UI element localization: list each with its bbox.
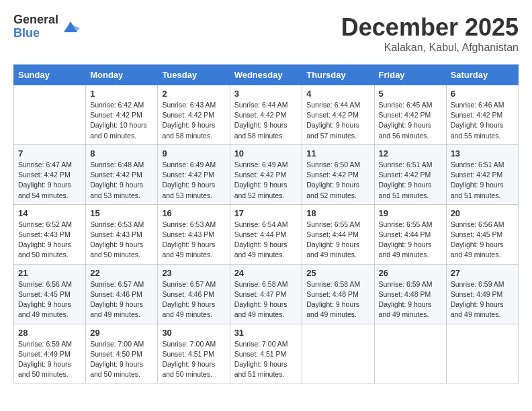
day-number: 31: [234, 328, 298, 338]
header-thursday: Thursday: [302, 65, 374, 85]
day-info: Sunrise: 6:44 AMSunset: 4:42 PMDaylight:…: [234, 100, 298, 141]
header-tuesday: Tuesday: [158, 65, 230, 85]
calendar-cell: 22Sunrise: 6:57 AMSunset: 4:46 PMDayligh…: [86, 264, 158, 324]
calendar-cell: 16Sunrise: 6:53 AMSunset: 4:43 PMDayligh…: [158, 204, 230, 264]
day-number: 20: [451, 208, 514, 218]
day-number: 25: [306, 268, 369, 278]
day-info: Sunrise: 6:42 AMSunset: 4:42 PMDaylight:…: [90, 100, 153, 141]
page-header: General Blue December 2025 Kalakan, Kabu…: [13, 13, 519, 54]
day-number: 30: [162, 328, 225, 338]
header-wednesday: Wednesday: [230, 65, 302, 85]
calendar-cell: 31Sunrise: 7:00 AMSunset: 4:51 PMDayligh…: [230, 324, 302, 383]
day-number: 23: [162, 268, 225, 278]
day-info: Sunrise: 6:56 AMSunset: 4:45 PMDaylight:…: [451, 220, 514, 261]
calendar-cell: 8Sunrise: 6:48 AMSunset: 4:42 PMDaylight…: [86, 144, 158, 204]
day-info: Sunrise: 6:44 AMSunset: 4:42 PMDaylight:…: [306, 100, 369, 141]
calendar-cell: 30Sunrise: 7:00 AMSunset: 4:51 PMDayligh…: [158, 324, 230, 383]
day-info: Sunrise: 6:54 AMSunset: 4:44 PMDaylight:…: [234, 220, 298, 261]
day-number: 21: [18, 268, 81, 278]
calendar-week-2: 7Sunrise: 6:47 AMSunset: 4:42 PMDaylight…: [14, 144, 519, 204]
day-info: Sunrise: 6:55 AMSunset: 4:44 PMDaylight:…: [306, 220, 369, 261]
calendar-table: SundayMondayTuesdayWednesdayThursdayFrid…: [13, 64, 519, 383]
day-info: Sunrise: 6:53 AMSunset: 4:43 PMDaylight:…: [162, 220, 225, 261]
calendar-cell: 24Sunrise: 6:58 AMSunset: 4:47 PMDayligh…: [230, 264, 302, 324]
calendar-week-4: 21Sunrise: 6:56 AMSunset: 4:45 PMDayligh…: [14, 264, 519, 324]
day-info: Sunrise: 6:50 AMSunset: 4:42 PMDaylight:…: [306, 160, 369, 201]
day-number: 15: [90, 208, 153, 218]
day-number: 22: [90, 268, 153, 278]
calendar-cell: 18Sunrise: 6:55 AMSunset: 4:44 PMDayligh…: [302, 204, 374, 264]
day-info: Sunrise: 6:57 AMSunset: 4:46 PMDaylight:…: [90, 279, 153, 320]
calendar-cell: 3Sunrise: 6:44 AMSunset: 4:42 PMDaylight…: [230, 85, 302, 145]
calendar-cell: 13Sunrise: 6:51 AMSunset: 4:42 PMDayligh…: [446, 144, 518, 204]
day-info: Sunrise: 7:00 AMSunset: 4:51 PMDaylight:…: [234, 339, 298, 380]
header-sunday: Sunday: [14, 65, 86, 85]
calendar-cell: 4Sunrise: 6:44 AMSunset: 4:42 PMDaylight…: [302, 85, 374, 145]
calendar-week-1: 1Sunrise: 6:42 AMSunset: 4:42 PMDaylight…: [14, 85, 519, 145]
day-number: 27: [451, 268, 514, 278]
calendar-cell: [14, 85, 86, 145]
calendar-cell: 1Sunrise: 6:42 AMSunset: 4:42 PMDaylight…: [86, 85, 158, 145]
calendar-cell: 29Sunrise: 7:00 AMSunset: 4:50 PMDayligh…: [86, 324, 158, 383]
location-title: Kalakan, Kabul, Afghanistan: [341, 42, 519, 54]
day-number: 10: [234, 148, 298, 158]
day-info: Sunrise: 6:46 AMSunset: 4:42 PMDaylight:…: [451, 100, 514, 141]
day-number: 28: [18, 328, 81, 338]
calendar-cell: [374, 324, 446, 383]
calendar-cell: 11Sunrise: 6:50 AMSunset: 4:42 PMDayligh…: [302, 144, 374, 204]
day-number: 1: [90, 89, 153, 99]
calendar-cell: 25Sunrise: 6:58 AMSunset: 4:48 PMDayligh…: [302, 264, 374, 324]
day-number: 24: [234, 268, 298, 278]
day-info: Sunrise: 6:58 AMSunset: 4:47 PMDaylight:…: [234, 279, 298, 320]
day-info: Sunrise: 6:59 AMSunset: 4:49 PMDaylight:…: [451, 279, 514, 320]
logo-icon: [61, 17, 80, 36]
header-saturday: Saturday: [446, 65, 518, 85]
header-monday: Monday: [86, 65, 158, 85]
calendar-header-row: SundayMondayTuesdayWednesdayThursdayFrid…: [14, 65, 519, 85]
calendar-cell: 10Sunrise: 6:49 AMSunset: 4:42 PMDayligh…: [230, 144, 302, 204]
calendar-cell: 28Sunrise: 6:59 AMSunset: 4:49 PMDayligh…: [14, 324, 86, 383]
day-info: Sunrise: 6:57 AMSunset: 4:46 PMDaylight:…: [162, 279, 225, 320]
calendar-cell: 15Sunrise: 6:53 AMSunset: 4:43 PMDayligh…: [86, 204, 158, 264]
calendar-cell: 23Sunrise: 6:57 AMSunset: 4:46 PMDayligh…: [158, 264, 230, 324]
day-number: 16: [162, 208, 225, 218]
calendar-cell: 9Sunrise: 6:49 AMSunset: 4:42 PMDaylight…: [158, 144, 230, 204]
calendar-cell: [302, 324, 374, 383]
header-friday: Friday: [374, 65, 446, 85]
day-number: 2: [162, 89, 225, 99]
day-info: Sunrise: 6:49 AMSunset: 4:42 PMDaylight:…: [234, 160, 298, 201]
day-info: Sunrise: 6:56 AMSunset: 4:45 PMDaylight:…: [18, 279, 81, 320]
day-info: Sunrise: 6:49 AMSunset: 4:42 PMDaylight:…: [162, 160, 225, 201]
day-number: 18: [306, 208, 369, 218]
calendar-cell: 7Sunrise: 6:47 AMSunset: 4:42 PMDaylight…: [14, 144, 86, 204]
calendar-cell: 26Sunrise: 6:59 AMSunset: 4:48 PMDayligh…: [374, 264, 446, 324]
day-info: Sunrise: 6:59 AMSunset: 4:48 PMDaylight:…: [379, 279, 442, 320]
calendar-cell: 6Sunrise: 6:46 AMSunset: 4:42 PMDaylight…: [446, 85, 518, 145]
day-info: Sunrise: 6:53 AMSunset: 4:43 PMDaylight:…: [90, 220, 153, 261]
calendar-cell: 5Sunrise: 6:45 AMSunset: 4:42 PMDaylight…: [374, 85, 446, 145]
day-info: Sunrise: 7:00 AMSunset: 4:51 PMDaylight:…: [162, 339, 225, 380]
calendar-cell: [446, 324, 518, 383]
calendar-cell: 19Sunrise: 6:55 AMSunset: 4:44 PMDayligh…: [374, 204, 446, 264]
day-info: Sunrise: 6:45 AMSunset: 4:42 PMDaylight:…: [379, 100, 442, 141]
calendar-cell: 21Sunrise: 6:56 AMSunset: 4:45 PMDayligh…: [14, 264, 86, 324]
calendar-cell: 14Sunrise: 6:52 AMSunset: 4:43 PMDayligh…: [14, 204, 86, 264]
day-info: Sunrise: 6:58 AMSunset: 4:48 PMDaylight:…: [306, 279, 369, 320]
logo: General Blue: [13, 13, 80, 40]
title-area: December 2025 Kalakan, Kabul, Afghanista…: [341, 13, 519, 54]
day-number: 12: [379, 148, 442, 158]
day-info: Sunrise: 7:00 AMSunset: 4:50 PMDaylight:…: [90, 339, 153, 380]
logo-general: General: [13, 13, 58, 27]
day-info: Sunrise: 6:55 AMSunset: 4:44 PMDaylight:…: [379, 220, 442, 261]
day-number: 14: [18, 208, 81, 218]
day-info: Sunrise: 6:47 AMSunset: 4:42 PMDaylight:…: [18, 160, 81, 201]
calendar-cell: 20Sunrise: 6:56 AMSunset: 4:45 PMDayligh…: [446, 204, 518, 264]
day-number: 6: [451, 89, 514, 99]
day-number: 11: [306, 148, 369, 158]
day-info: Sunrise: 6:48 AMSunset: 4:42 PMDaylight:…: [90, 160, 153, 201]
calendar-cell: 17Sunrise: 6:54 AMSunset: 4:44 PMDayligh…: [230, 204, 302, 264]
logo-blue: Blue: [13, 27, 58, 40]
day-info: Sunrise: 6:52 AMSunset: 4:43 PMDaylight:…: [18, 220, 81, 261]
day-number: 8: [90, 148, 153, 158]
day-number: 7: [18, 148, 81, 158]
